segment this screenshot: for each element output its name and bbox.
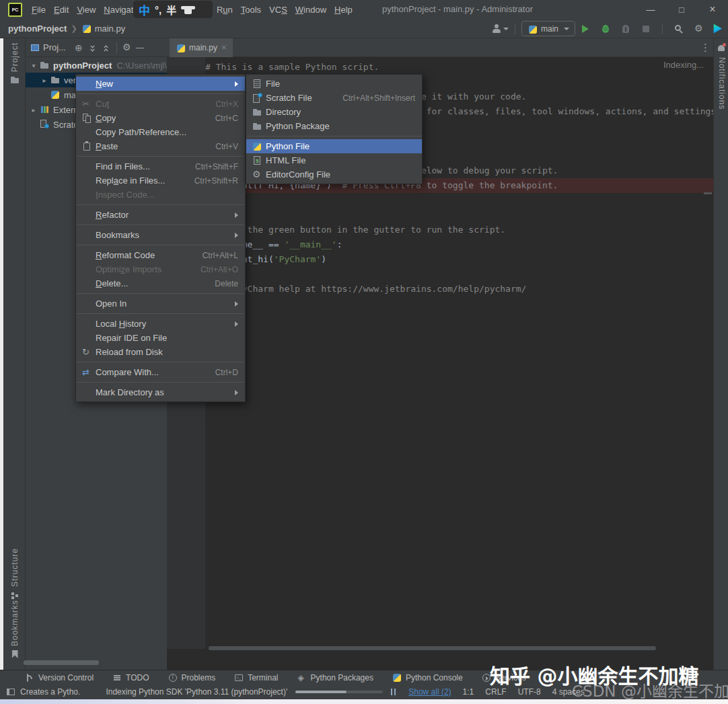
- menu-item-html-file[interactable]: HTML File: [246, 153, 422, 167]
- menu-item-replace-in-files-[interactable]: Replace in Files...Ctrl+Shift+R: [76, 173, 245, 188]
- menu-item-label: Mark Directory as: [96, 387, 228, 397]
- menu-item-optimize-imports[interactable]: Optimize ImportsCtrl+Alt+O: [76, 262, 245, 276]
- expand-all-icon[interactable]: [87, 42, 98, 53]
- menu-item-paste[interactable]: PasteCtrl+V: [76, 139, 245, 153]
- menu-item-mark-directory-as[interactable]: Mark Directory as: [76, 385, 245, 399]
- menubar-item-edit[interactable]: Edit: [50, 5, 73, 15]
- ime-halfwidth-icon[interactable]: 半: [166, 3, 176, 17]
- search-everywhere-icon[interactable]: [674, 24, 684, 34]
- menu-item-local-history[interactable]: Local History: [76, 317, 245, 331]
- ime-language-icon[interactable]: 中: [139, 1, 150, 18]
- run-toolbar: main: [491, 19, 725, 38]
- panel-settings-gear-icon[interactable]: [122, 42, 133, 53]
- python-icon: [392, 672, 402, 683]
- menu-separator: [77, 362, 244, 362]
- settings-gear-icon[interactable]: [694, 24, 704, 34]
- tree-chevron-icon[interactable]: ▸: [39, 77, 50, 84]
- hide-panel-icon[interactable]: [135, 42, 146, 53]
- editor-hscrollbar[interactable]: [209, 646, 656, 650]
- tool-stripe-structure[interactable]: Structure: [3, 548, 26, 600]
- menu-item-delete-[interactable]: Delete...Delete: [76, 276, 245, 290]
- menu-item-open-in[interactable]: Open In: [76, 297, 245, 311]
- menu-item-bookmarks[interactable]: Bookmarks: [76, 228, 245, 242]
- tab-close-icon[interactable]: ×: [221, 42, 227, 52]
- close-button[interactable]: ×: [697, 0, 728, 19]
- toolwindow-button-python-console[interactable]: Python Console: [392, 672, 463, 683]
- menubar-item-tools[interactable]: Tools: [237, 5, 265, 15]
- menu-item-python-file[interactable]: Python File: [246, 139, 422, 153]
- toolwindow-button-python-packages[interactable]: Python Packages: [297, 672, 373, 683]
- maximize-button[interactable]: □: [666, 0, 697, 19]
- menu-item-reload-from-disk[interactable]: Reload from Disk: [76, 345, 245, 359]
- show-all-link[interactable]: Show all (2): [408, 687, 451, 697]
- notifications-stripe-label[interactable]: Notifications: [717, 57, 727, 110]
- window-status-icon[interactable]: [5, 687, 16, 697]
- menu-item-copy-path-reference-[interactable]: Copy Path/Reference...: [76, 125, 245, 139]
- menu-item-repair-ide-on-file[interactable]: Repair IDE on File: [76, 331, 245, 345]
- menu-item-directory[interactable]: Directory: [246, 105, 422, 119]
- breadcrumb-file[interactable]: main.py: [95, 24, 126, 34]
- toolbox-sphere-icon[interactable]: [712, 24, 723, 34]
- menu-item-editorconfig-file[interactable]: EditorConfig File: [246, 167, 422, 182]
- menubar-item-file[interactable]: File: [28, 5, 50, 15]
- menubar-item-window[interactable]: Window: [291, 5, 330, 15]
- stop-button[interactable]: [641, 24, 651, 34]
- menu-item-reformat-code[interactable]: Reformat CodeCtrl+Alt+L: [76, 248, 245, 262]
- divider: [515, 24, 515, 34]
- menu-item-refactor[interactable]: Refactor: [76, 208, 245, 222]
- menu-item-copy[interactable]: CopyCtrl+C: [76, 111, 245, 125]
- coverage-button[interactable]: [620, 24, 631, 34]
- tool-stripe-bookmarks[interactable]: Bookmarks: [3, 600, 26, 660]
- tree-chevron-icon[interactable]: ▸: [28, 106, 39, 114]
- breadcrumb-project[interactable]: pythonProject: [8, 24, 67, 34]
- menu-item-python-package[interactable]: Python Package: [246, 119, 422, 133]
- python-icon: [176, 43, 185, 52]
- project-window-icon: [30, 42, 40, 53]
- code-line-12: 12# Press the green button in the gutter…: [205, 223, 713, 237]
- user-account-icon[interactable]: [491, 24, 502, 34]
- menubar-item-help[interactable]: Help: [330, 5, 357, 15]
- bookmarks-stripe-label[interactable]: Bookmarks: [10, 600, 20, 646]
- collapse-all-icon[interactable]: [101, 42, 112, 53]
- menubar-item-view[interactable]: View: [73, 5, 100, 15]
- ime-punctuation-icon[interactable]: °,: [155, 4, 161, 15]
- menu-item-compare-with-[interactable]: Compare With...Ctrl+D: [76, 365, 245, 379]
- menubar-item-vcs[interactable]: VCS: [265, 5, 291, 15]
- menu-item-cut[interactable]: CutCtrl+X: [76, 97, 245, 111]
- notifications-bell-icon[interactable]: [716, 42, 727, 53]
- run-configuration-select[interactable]: main: [521, 21, 575, 36]
- menu-item-scratch-file[interactable]: Scratch FileCtrl+Alt+Shift+Insert: [246, 91, 422, 105]
- project-stripe-label[interactable]: Project: [10, 42, 20, 72]
- editor-options-kebab-icon[interactable]: [697, 42, 708, 53]
- tool-stripe-project[interactable]: Project: [3, 42, 26, 85]
- menu-item-new[interactable]: New: [76, 77, 245, 91]
- minimize-button[interactable]: —: [635, 0, 666, 19]
- run-button[interactable]: [580, 24, 591, 34]
- project-panel-hscrollbar[interactable]: [24, 660, 99, 665]
- scrollbar-mark: [704, 192, 712, 194]
- ime-skin-icon[interactable]: [181, 4, 196, 15]
- menu-item-find-in-files-[interactable]: Find in Files...Ctrl+Shift+F: [76, 159, 245, 173]
- submenu-arrow-icon: [235, 212, 238, 218]
- menu-item-file[interactable]: File: [246, 77, 422, 91]
- pause-indexing-icon[interactable]: [388, 687, 399, 697]
- structure-stripe-label[interactable]: Structure: [10, 548, 20, 587]
- tab-main-py[interactable]: main.py ×: [170, 38, 233, 57]
- tree-row-pythonproject[interactable]: ▾pythonProjectC:\Users\mjl\P: [26, 58, 167, 73]
- navigation-bar: pythonProject ❯ main.py main: [0, 19, 728, 38]
- python-icon: [50, 89, 61, 100]
- menubar-item-run[interactable]: Run: [213, 5, 237, 15]
- toolwindow-button-version-control[interactable]: Version Control: [24, 672, 94, 683]
- menu-separator: [77, 245, 244, 245]
- ime-toolbar[interactable]: 中 °, 半: [133, 1, 213, 18]
- toolwindow-button-todo[interactable]: TODO: [112, 672, 149, 683]
- menu-item-inspect-code-[interactable]: Inspect Code...: [76, 188, 245, 202]
- caret-position[interactable]: 1:1: [463, 687, 474, 697]
- menu-separator: [77, 225, 244, 225]
- locate-file-icon[interactable]: [74, 42, 85, 53]
- tree-chevron-icon[interactable]: ▾: [28, 62, 39, 69]
- toolwindow-button-terminal[interactable]: Terminal: [233, 672, 278, 683]
- debug-button[interactable]: [600, 24, 611, 34]
- code-line-10: 10: [205, 193, 713, 208]
- toolwindow-button-problems[interactable]: Problems: [168, 672, 216, 683]
